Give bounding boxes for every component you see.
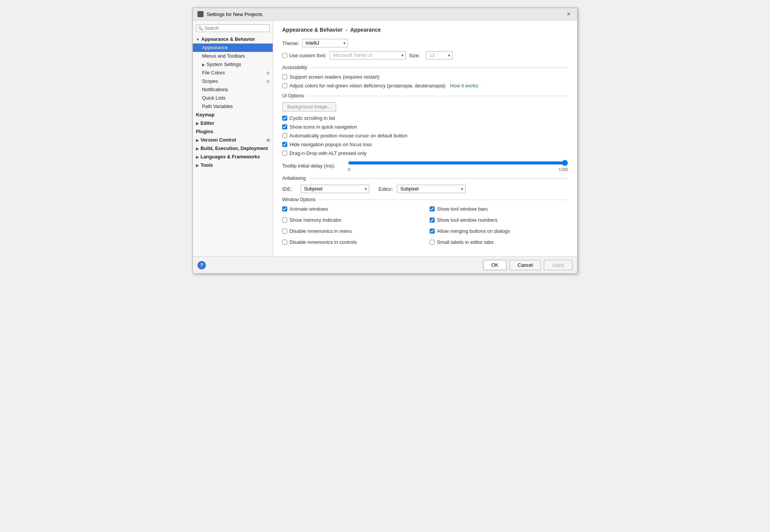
show-tool-bars-item: Show tool window bars bbox=[430, 206, 568, 212]
screen-readers-item: Support screen readers (requires restart… bbox=[282, 74, 568, 80]
search-icon: 🔍 bbox=[198, 26, 203, 31]
color-deficiency-item: Adjust colors for red-green vision defic… bbox=[282, 83, 568, 89]
auto-position-item: Automatically position mouse cursor on d… bbox=[282, 133, 568, 139]
sidebar-item-appearance[interactable]: Appearance bbox=[193, 44, 273, 52]
dialog-title: Settings for New Projects bbox=[207, 11, 262, 17]
sidebar-item-file-colors[interactable]: File Colors ⧉ bbox=[193, 69, 273, 77]
chevron-right-icon: ▶ bbox=[196, 138, 199, 142]
dialog-body: 🔍 ▼ Appearance & Behavior Appearance Men… bbox=[193, 21, 577, 256]
ide-antialiasing-select[interactable]: Subpixel Greyscale None bbox=[301, 185, 369, 193]
sidebar-item-menus-toolbars[interactable]: Menus and Toolbars bbox=[193, 52, 273, 60]
custom-font-row: Use custom font: Microsoft YaHei UI Size… bbox=[282, 51, 568, 60]
sidebar-item-keymap[interactable]: Keymap bbox=[193, 111, 273, 119]
chevron-right-icon: ▶ bbox=[202, 63, 205, 67]
editor-label: Editor: bbox=[379, 186, 394, 192]
sidebar-item-languages-frameworks[interactable]: ▶ Languages & Frameworks bbox=[193, 153, 273, 161]
background-image-button[interactable]: Background Image... bbox=[282, 102, 336, 111]
custom-font-checkbox-label[interactable]: Use custom font: bbox=[282, 53, 327, 58]
tooltip-row: Tooltip initial delay (ms): 0 1200 bbox=[282, 160, 568, 172]
antialiasing-row: IDE: Subpixel Greyscale None Editor: Sub… bbox=[282, 185, 568, 193]
sidebar-item-scopes[interactable]: Scopes ⧉ bbox=[193, 77, 273, 85]
theme-select-wrapper[interactable]: IntelliJ Darcula High contrast bbox=[302, 39, 348, 47]
background-image-row: Background Image... bbox=[282, 102, 568, 111]
cancel-button[interactable]: Cancel bbox=[510, 260, 541, 270]
ui-options-title: UI Options bbox=[282, 93, 568, 98]
disable-mnemonics-menu-item: Disable mnemonics in menu bbox=[282, 228, 421, 234]
title-bar-left: Settings for New Projects bbox=[197, 11, 262, 17]
accessibility-title: Accessibility bbox=[282, 65, 568, 70]
sidebar: 🔍 ▼ Appearance & Behavior Appearance Men… bbox=[193, 21, 273, 256]
auto-position-checkbox[interactable] bbox=[282, 133, 287, 138]
hide-popups-item: Hide navigation popups on focus loss bbox=[282, 142, 568, 147]
tooltip-slider-container: 0 1200 bbox=[348, 160, 568, 172]
theme-row: Theme: IntelliJ Darcula High contrast bbox=[282, 39, 568, 47]
antialiasing-title: Antialiasing bbox=[282, 176, 568, 181]
sidebar-item-appearance-behavior[interactable]: ▼ Appearance & Behavior bbox=[193, 35, 273, 44]
show-icons-checkbox[interactable] bbox=[282, 124, 287, 129]
ok-button[interactable]: OK bbox=[483, 260, 506, 270]
editor-antialiasing-wrapper[interactable]: Subpixel Greyscale None bbox=[397, 185, 466, 193]
copy-icon: ⧉ bbox=[267, 79, 270, 84]
sidebar-item-path-variables[interactable]: Path Variables bbox=[193, 102, 273, 111]
breadcrumb: Appearance & Behavior › Appearance bbox=[282, 27, 568, 33]
show-memory-item: Show memory indicator bbox=[282, 217, 421, 223]
custom-font-checkbox[interactable] bbox=[282, 53, 287, 58]
theme-label: Theme: bbox=[282, 40, 299, 46]
font-select[interactable]: Microsoft YaHei UI bbox=[330, 51, 406, 60]
cyclic-scrolling-checkbox[interactable] bbox=[282, 116, 287, 121]
how-it-works-link[interactable]: How it works bbox=[450, 83, 478, 89]
help-button[interactable]: ? bbox=[197, 261, 206, 269]
sidebar-item-plugins[interactable]: Plugins bbox=[193, 127, 273, 136]
show-tool-bars-checkbox[interactable] bbox=[430, 206, 435, 211]
sidebar-item-editor[interactable]: ▶ Editor bbox=[193, 119, 273, 127]
font-select-wrapper[interactable]: Microsoft YaHei UI bbox=[330, 51, 406, 60]
app-icon bbox=[197, 11, 204, 17]
editor-antialiasing-select[interactable]: Subpixel Greyscale None bbox=[397, 185, 466, 193]
animate-windows-checkbox[interactable] bbox=[282, 206, 287, 211]
drag-drop-item: Drag-n-Drop with ALT pressed only bbox=[282, 150, 568, 156]
copy-icon: ⧉ bbox=[267, 71, 270, 76]
main-content: Appearance & Behavior › Appearance Theme… bbox=[273, 21, 577, 256]
hide-popups-checkbox[interactable] bbox=[282, 142, 287, 147]
ide-antialiasing-wrapper[interactable]: Subpixel Greyscale None bbox=[301, 185, 369, 193]
chevron-right-icon: ▶ bbox=[196, 147, 199, 151]
window-options-grid: Animate windows Show tool window bars Sh… bbox=[282, 206, 568, 248]
animate-windows-item: Animate windows bbox=[282, 206, 421, 212]
theme-select[interactable]: IntelliJ Darcula High contrast bbox=[302, 39, 348, 47]
sidebar-item-quick-lists[interactable]: Quick Lists bbox=[193, 94, 273, 102]
show-tool-numbers-checkbox[interactable] bbox=[430, 218, 435, 222]
chevron-right-icon: ▶ bbox=[196, 155, 199, 159]
size-label: Size: bbox=[409, 53, 420, 58]
size-select-wrapper[interactable]: 12 bbox=[426, 51, 453, 60]
size-select[interactable]: 12 bbox=[426, 51, 453, 60]
show-icons-item: Show icons in quick navigation bbox=[282, 124, 568, 130]
small-labels-item: Small labels in editor tabs bbox=[430, 239, 568, 245]
disable-mnemonics-controls-checkbox[interactable] bbox=[282, 240, 287, 245]
drag-drop-checkbox[interactable] bbox=[282, 151, 287, 156]
window-options-title: Window Options bbox=[282, 197, 568, 202]
color-deficiency-checkbox[interactable] bbox=[282, 83, 287, 88]
chevron-right-icon: ▶ bbox=[196, 163, 199, 168]
small-labels-checkbox[interactable] bbox=[430, 240, 435, 245]
screen-readers-checkbox[interactable] bbox=[282, 74, 287, 79]
copy-icon: ⧉ bbox=[267, 138, 270, 143]
disable-mnemonics-menu-checkbox[interactable] bbox=[282, 229, 287, 234]
sidebar-item-version-control[interactable]: ▶ Version Control ⧉ bbox=[193, 136, 273, 144]
sidebar-item-build-execution[interactable]: ▶ Build, Execution, Deployment bbox=[193, 144, 273, 153]
tooltip-slider[interactable] bbox=[348, 160, 568, 166]
cyclic-scrolling-item: Cyclic scrolling in list bbox=[282, 115, 568, 121]
disable-mnemonics-controls-item: Disable mnemonics in controls bbox=[282, 239, 421, 245]
title-bar: Settings for New Projects × bbox=[193, 8, 577, 21]
search-input[interactable] bbox=[204, 26, 268, 31]
sidebar-item-notifications[interactable]: Notifications bbox=[193, 85, 273, 94]
sidebar-item-system-settings[interactable]: ▶ System Settings bbox=[193, 60, 273, 69]
bottom-bar-right: OK Cancel Apply bbox=[483, 260, 573, 270]
show-memory-checkbox[interactable] bbox=[282, 218, 287, 222]
allow-merging-checkbox[interactable] bbox=[430, 229, 435, 234]
chevron-down-icon: ▼ bbox=[196, 37, 200, 42]
close-button[interactable]: × bbox=[565, 10, 573, 18]
apply-button[interactable]: Apply bbox=[544, 260, 573, 270]
bottom-bar: ? OK Cancel Apply bbox=[193, 256, 577, 273]
search-box[interactable]: 🔍 bbox=[196, 24, 270, 32]
sidebar-item-tools[interactable]: ▶ Tools bbox=[193, 161, 273, 169]
